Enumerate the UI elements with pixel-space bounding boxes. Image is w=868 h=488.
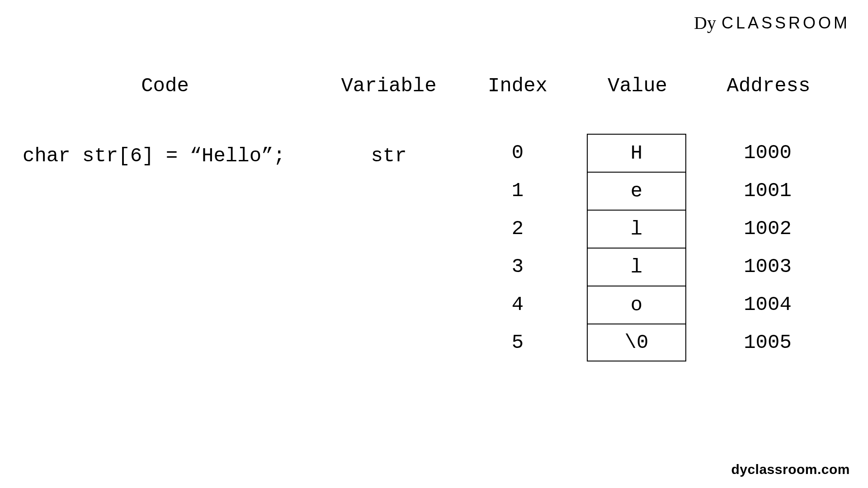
- memory-value: o: [587, 286, 686, 324]
- header-variable: Variable: [326, 75, 452, 97]
- memory-address: 1001: [704, 172, 831, 210]
- brand-logo: Dy CLASSROOM: [694, 14, 850, 33]
- brand-mark: Dy: [694, 14, 716, 32]
- memory-index: 3: [470, 248, 565, 286]
- brand-name: CLASSROOM: [722, 14, 850, 33]
- memory-row: 5\01005: [470, 324, 831, 361]
- memory-address: 1004: [704, 286, 831, 324]
- memory-address: 1002: [704, 210, 831, 248]
- header-address: Address: [705, 75, 832, 97]
- memory-index: 1: [470, 172, 565, 210]
- header-code: Code: [23, 75, 307, 97]
- memory-index: 0: [470, 134, 565, 172]
- memory-value: e: [587, 172, 686, 210]
- memory-row: 2l1002: [470, 210, 831, 248]
- memory-row: 4o1004: [470, 286, 831, 324]
- variable-name: str: [326, 145, 452, 167]
- code-declaration: char str[6] = “Hello”;: [23, 145, 307, 167]
- memory-address: 1005: [704, 324, 831, 361]
- memory-index: 4: [470, 286, 565, 324]
- memory-value: \0: [587, 324, 686, 361]
- memory-table: 0H10001e10012l10023l10034o10045\01005: [470, 134, 831, 361]
- diagram-stage: Dy CLASSROOM Code Variable Index Value A…: [0, 0, 868, 488]
- memory-value: H: [587, 134, 686, 172]
- header-value: Value: [588, 75, 687, 97]
- header-index: Index: [470, 75, 565, 97]
- memory-row: 1e1001: [470, 172, 831, 210]
- memory-index: 5: [470, 324, 565, 361]
- memory-index: 2: [470, 210, 565, 248]
- memory-value: l: [587, 248, 686, 286]
- footer-url: dyclassroom.com: [731, 462, 850, 477]
- memory-value: l: [587, 210, 686, 248]
- memory-address: 1003: [704, 248, 831, 286]
- memory-row: 0H1000: [470, 134, 831, 172]
- memory-address: 1000: [704, 134, 831, 172]
- memory-row: 3l1003: [470, 248, 831, 286]
